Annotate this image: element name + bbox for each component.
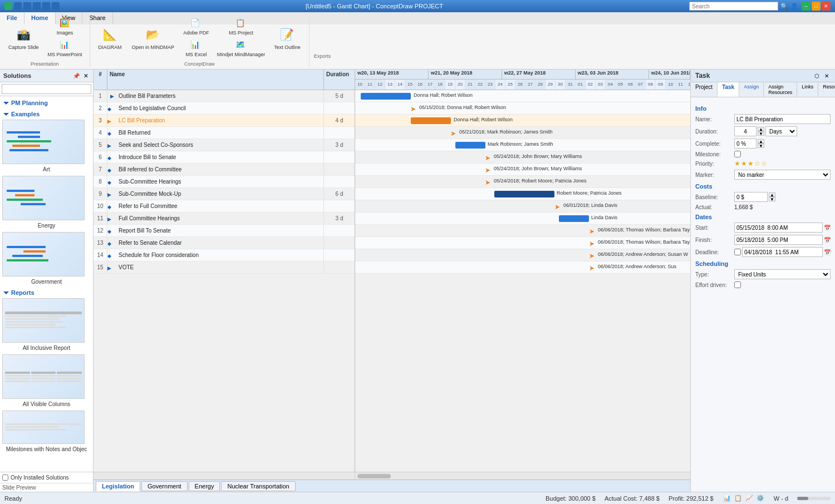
status-icon-3[interactable]: 📈 <box>745 494 754 503</box>
status-icon-1[interactable]: 📊 <box>723 494 731 503</box>
task-name-field: Name: <box>695 114 831 124</box>
ribbon-images-btn[interactable]: 🖼️ Images <box>45 17 85 37</box>
duration-unit-select[interactable]: Days Hours Weeks <box>765 126 797 136</box>
ribbon-ms-powerpoint-btn[interactable]: 📊 MS PowerPoint <box>45 38 85 59</box>
tab-energy[interactable]: Energy <box>189 481 220 491</box>
task-tab-links[interactable]: Links <box>797 82 818 97</box>
solutions-close-icon[interactable]: ✕ <box>82 72 90 80</box>
zoom-slider[interactable] <box>797 497 831 500</box>
task-type-select[interactable]: Fixed Units Fixed Work Fixed Duration <box>734 269 831 279</box>
finish-calendar-icon[interactable]: 📅 <box>824 237 831 243</box>
ribbon-diagram-btn[interactable]: 📐 DIAGRAM <box>95 23 126 53</box>
label-9: Robert Moore; Patricia Jones <box>557 190 622 196</box>
solutions-thumbnail-all-inclusive[interactable] <box>2 298 85 343</box>
task-panel-close-icon[interactable]: ✕ <box>823 72 831 80</box>
mindmap-icon: 📂 <box>144 26 162 43</box>
task-row-13[interactable]: 13 ◆ Refer to Senate Calendar <box>94 237 355 249</box>
tab-legislation[interactable]: Legislation <box>96 481 140 491</box>
duration-down-arrow[interactable]: ▼ <box>758 131 764 136</box>
task-name-input[interactable] <box>734 114 831 124</box>
close-button[interactable]: ✕ <box>822 2 831 11</box>
task-deadline-label: Deadline: <box>695 249 734 255</box>
task-tab-resource[interactable]: Resource <box>818 82 835 97</box>
solutions-thumbnail-art[interactable] <box>2 120 85 164</box>
task-priority-stars[interactable]: ★★★☆☆ <box>734 160 768 167</box>
timeline-row-2: ➤ 05/15/2018; Donna Hall; Robert Wilson <box>355 102 690 115</box>
task-duration-field: Duration: ▲ ▼ Days Hours Weeks <box>695 126 831 136</box>
maximize-button[interactable]: □ <box>812 2 821 11</box>
baseline-down-arrow[interactable]: ▼ <box>769 197 775 201</box>
task-row-3[interactable]: 3 ▶ LC Bill Preparation 4 d <box>94 115 355 127</box>
task-tab-task[interactable]: Task <box>718 82 739 97</box>
solutions-pin-icon[interactable]: 📌 <box>72 72 80 80</box>
task-panel-undock-icon[interactable]: ⬡ <box>813 72 821 80</box>
solutions-search-input[interactable] <box>2 84 91 94</box>
label-13: 06/06/2018; Thomas Wilson; Barbara Tay <box>598 239 690 245</box>
task-baseline-input[interactable] <box>734 192 768 202</box>
task-icon-12: ◆ <box>107 228 116 234</box>
status-icon-2[interactable]: 📋 <box>734 494 743 503</box>
task-tab-resources[interactable]: Assign Resources <box>764 82 797 97</box>
ribbon-adobe-pdf-btn[interactable]: 📄 Adobe PDF <box>180 17 212 37</box>
right-scrollbar[interactable] <box>355 472 690 480</box>
tab-nuclear[interactable]: Nuclear Transportation <box>221 481 295 491</box>
solutions-thumbnail-milestones[interactable] <box>2 411 85 444</box>
task-row-12[interactable]: 12 ◆ Report Bill To Senate <box>94 225 355 237</box>
task-row-1[interactable]: 1 ▶ Outline Bill Parameters 5 d <box>94 90 355 102</box>
status-icon-4[interactable]: ⚙️ <box>756 494 765 503</box>
task-row-11[interactable]: 11 ▶ Full Committee Hearings 3 d <box>94 213 355 225</box>
task-row-4[interactable]: 4 ◆ Bill Returned <box>94 127 355 139</box>
task-start-input[interactable] <box>734 223 823 233</box>
task-marker-select[interactable]: No marker <box>734 170 831 180</box>
solutions-section-reports-title[interactable]: Reports <box>2 288 91 297</box>
start-calendar-icon[interactable]: 📅 <box>824 225 831 231</box>
task-milestone-checkbox[interactable] <box>734 151 741 157</box>
task-actual-value: 1,668 $ <box>734 204 831 210</box>
day-12b: 12 <box>686 80 690 90</box>
complete-down-arrow[interactable]: ▼ <box>758 144 764 148</box>
task-deadline-checkbox[interactable] <box>734 249 741 255</box>
task-row-15[interactable]: 15 ▶ VOTE <box>94 261 355 274</box>
title-search-input[interactable] <box>689 2 778 11</box>
solutions-thumbnail-energy[interactable] <box>2 176 85 220</box>
task-deadline-input[interactable] <box>742 247 823 257</box>
solutions-section-pm-planning-title[interactable]: PM Planning <box>2 98 91 107</box>
task-tab-assign[interactable]: Assign <box>739 82 764 97</box>
ribbon-open-mindmap-btn[interactable]: 📂 Open in MINDMAP <box>128 23 179 53</box>
task-row-8[interactable]: 8 ◆ Sub-Committee Hearings <box>94 176 355 188</box>
solutions-thumbnail-government[interactable] <box>2 232 85 276</box>
task-tab-project[interactable]: Project <box>691 82 718 97</box>
ribbon-capture-slide[interactable]: 📸 Capture Slide <box>4 23 43 53</box>
task-effort-checkbox[interactable] <box>734 281 741 288</box>
task-row-5[interactable]: 5 ▶ Seek and Select Co-Sponsors 3 d <box>94 139 355 151</box>
task-duration-input[interactable] <box>734 126 757 136</box>
deadline-calendar-icon[interactable]: 📅 <box>824 249 831 255</box>
milestone-14: ➤ <box>589 252 595 260</box>
win-icon-6 <box>52 2 60 10</box>
task-row-6[interactable]: 6 ◆ Introduce Bill to Senate <box>94 151 355 164</box>
minimize-button[interactable]: ─ <box>802 2 811 11</box>
task-row-2[interactable]: 2 ◆ Send to Legislative Council <box>94 102 355 115</box>
milestone-8: ➤ <box>485 179 490 186</box>
only-installed-checkbox[interactable] <box>2 475 8 481</box>
label-4: 05/21/2018; Mark Robinson; James Smith <box>459 129 553 135</box>
solutions-section-examples-title[interactable]: Examples <box>2 110 91 118</box>
diagram-icon: 📐 <box>101 26 119 43</box>
task-row-7[interactable]: 7 ◆ Bill referred to Committee <box>94 164 355 176</box>
task-complete-input[interactable] <box>734 139 757 149</box>
task-finish-input[interactable] <box>734 235 823 245</box>
ribbon-ms-project-btn[interactable]: 📋 MS Project <box>214 17 268 37</box>
ribbon-text-outline-btn[interactable]: 📝 Text Outline <box>270 23 304 53</box>
solutions-thumbnail-all-visible[interactable] <box>2 354 85 399</box>
solutions-label-energy: Energy <box>2 221 91 230</box>
task-baseline-field: Baseline: ▲ ▼ <box>695 192 831 202</box>
ribbon-ms-excel-btn[interactable]: 📊 MS Excel <box>180 38 212 59</box>
ribbon-mindjet-btn[interactable]: 🗺️ Mindjet MindManager <box>214 38 268 59</box>
task-row-10[interactable]: 10 ◆ Refer to Full Committee <box>94 200 355 213</box>
tab-government[interactable]: Government <box>141 481 188 491</box>
task-row-9[interactable]: 9 ▶ Sub-Committee Mock-Up 6 d <box>94 188 355 200</box>
day-07: 07 <box>636 80 646 90</box>
task-row-14[interactable]: 14 ◆ Schedule for Floor consideration <box>94 249 355 261</box>
timeline-row-7: ➤ 05/24/2018; John Brown; Mary Williams <box>355 164 690 176</box>
ribbon: File Home View Share 📸 Capture Slide 🖼️ … <box>0 12 835 70</box>
